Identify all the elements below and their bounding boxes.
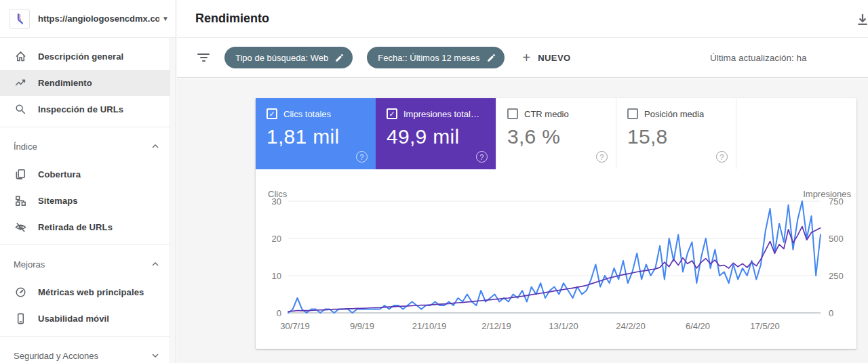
- speedometer-icon: [14, 286, 27, 299]
- right-axis-tick: 750: [829, 196, 844, 207]
- eye-off-icon: [14, 221, 27, 234]
- sidebar-item-label: Métricas web principales: [38, 287, 144, 297]
- checkbox-checked[interactable]: ✓: [387, 108, 397, 119]
- series-line: [288, 201, 821, 313]
- help-icon[interactable]: ?: [596, 151, 608, 163]
- main-area: Rendimiento Tipo de búsqueda: Web Fecha:…: [177, 0, 868, 363]
- sidebar-divider: [0, 336, 176, 337]
- chevron-down-icon: ▼: [162, 15, 169, 22]
- left-axis-tick: 0: [277, 308, 281, 318]
- right-axis-tick: 0: [829, 308, 833, 318]
- mobile-icon: [14, 312, 27, 326]
- metric-value: 3,6 %: [507, 125, 616, 148]
- metric-label: Posición media: [644, 109, 704, 119]
- left-axis-tick: 20: [272, 234, 281, 244]
- chevron-up-icon: [150, 141, 161, 152]
- sidebar-item-usabilidad-movil[interactable]: Usabilidad móvil: [0, 305, 176, 332]
- checkbox-unchecked[interactable]: [627, 108, 638, 119]
- property-selector[interactable]: https://angiologosencdmx.co... ▼: [0, 0, 176, 38]
- coverage-pages-icon: [14, 168, 27, 182]
- metric-tile-empty: [736, 98, 856, 169]
- pencil-icon[interactable]: [334, 53, 344, 63]
- search-icon: [14, 103, 27, 116]
- sidebar-item-inspeccion-urls[interactable]: Inspección de URLs: [0, 96, 176, 123]
- new-filter-button[interactable]: + NUEVO: [523, 51, 571, 64]
- download-icon: [855, 12, 868, 27]
- page-header: Rendimiento: [177, 0, 868, 38]
- performance-chart: ClicsImpresiones0102030025050075030/7/19…: [256, 169, 856, 349]
- sidebar-item-descripcion-general[interactable]: Descripción general: [0, 43, 176, 70]
- export-download-button[interactable]: [849, 8, 868, 31]
- sidebar-item-label: Rendimiento: [38, 78, 92, 88]
- leg-icon: [16, 13, 24, 24]
- metric-label: Clics totales: [283, 109, 331, 119]
- help-icon[interactable]: ?: [476, 151, 488, 163]
- home-icon: [14, 50, 27, 64]
- metric-label: CTR medio: [524, 109, 569, 119]
- x-axis-tick: 13/1/20: [549, 321, 578, 331]
- sidebar-item-label: Retirada de URLs: [38, 222, 113, 232]
- metric-value: 15,8: [627, 125, 736, 148]
- sidebar-item-label: Descripción general: [38, 51, 123, 62]
- sidebar-scrollbar[interactable]: [170, 38, 176, 363]
- chip-label: Tipo de búsqueda: Web: [235, 53, 328, 63]
- sidebar-item-sitemaps[interactable]: Sitemaps: [0, 188, 176, 214]
- x-axis-tick: 30/7/19: [280, 321, 309, 331]
- sidebar-item-label: Inspección de URLs: [38, 104, 123, 114]
- sidebar-item-label: Cobertura: [38, 169, 81, 179]
- property-url: https://angiologosencdmx.co...: [38, 14, 159, 24]
- pencil-icon[interactable]: [486, 53, 496, 63]
- right-axis-tick: 500: [829, 234, 844, 244]
- section-label: Índice: [14, 142, 37, 152]
- filter-chip-date[interactable]: Fecha:: Últimos 12 meses: [367, 47, 504, 68]
- filter-bar: Tipo de búsqueda: Web Fecha:: Últimos 12…: [177, 38, 868, 78]
- metric-tile-position[interactable]: Posición media 15,8 ?: [616, 98, 736, 169]
- sidebar-section-indice[interactable]: Índice: [0, 131, 176, 161]
- trending-up-icon: [14, 77, 27, 90]
- checkbox-checked[interactable]: ✓: [267, 108, 277, 119]
- metric-tile-ctr[interactable]: CTR medio 3,6 % ?: [496, 98, 616, 169]
- x-axis-tick: 17/5/20: [750, 321, 779, 331]
- metric-value: 1,81 mil: [267, 125, 376, 148]
- sidebar-divider: [0, 127, 176, 127]
- page-title: Rendimiento: [195, 12, 269, 26]
- new-filter-label: NUEVO: [538, 53, 570, 63]
- chip-label: Fecha:: Últimos 12 meses: [378, 53, 479, 63]
- x-axis-tick: 2/12/19: [481, 321, 511, 331]
- filter-chip-search-type[interactable]: Tipo de búsqueda: Web: [224, 47, 353, 68]
- metric-tile-clicks[interactable]: ✓ Clics totales 1,81 mil ?: [256, 98, 376, 169]
- x-axis-tick: 21/10/19: [412, 321, 447, 331]
- performance-card: ✓ Clics totales 1,81 mil ? ✓ Impresiones…: [256, 98, 856, 349]
- sitemap-tree-icon: [14, 194, 27, 208]
- right-axis-tick: 250: [829, 271, 844, 281]
- sidebar: https://angiologosencdmx.co... ▼ Descrip…: [0, 0, 176, 363]
- metric-value: 49,9 mil: [387, 125, 496, 148]
- help-icon[interactable]: ?: [716, 151, 728, 163]
- last-update-text: Última actualización: ha: [710, 38, 807, 78]
- site-favicon: [9, 9, 30, 29]
- metric-tiles: ✓ Clics totales 1,81 mil ? ✓ Impresiones…: [256, 98, 856, 169]
- metric-label: Impresiones total…: [403, 109, 479, 119]
- help-icon[interactable]: ?: [356, 151, 368, 163]
- left-axis-tick: 10: [272, 271, 281, 281]
- filter-icon[interactable]: [197, 52, 210, 63]
- sidebar-item-label: Sitemaps: [38, 196, 78, 206]
- metric-tile-impressions[interactable]: ✓ Impresiones total… 49,9 mil ?: [376, 98, 496, 169]
- chevron-up-icon: [150, 259, 161, 270]
- checkbox-unchecked[interactable]: [507, 108, 518, 119]
- sidebar-item-metricas-web[interactable]: Métricas web principales: [0, 279, 176, 305]
- section-label: Mejoras: [14, 259, 45, 270]
- sidebar-divider: [0, 244, 176, 245]
- chevron-down-icon: [150, 350, 161, 361]
- content-area: ✓ Clics totales 1,81 mil ? ✓ Impresiones…: [177, 79, 868, 363]
- plus-icon: +: [523, 51, 531, 64]
- line-chart-svg: ClicsImpresiones0102030025050075030/7/19…: [256, 169, 856, 349]
- x-axis-tick: 24/2/20: [616, 321, 645, 331]
- right-axis-title: Impresiones: [803, 189, 851, 199]
- sidebar-item-retirada-urls[interactable]: Retirada de URLs: [0, 214, 176, 240]
- sidebar-item-rendimiento[interactable]: Rendimiento: [0, 70, 176, 96]
- sidebar-item-cobertura[interactable]: Cobertura: [0, 161, 176, 188]
- sidebar-section-seguridad[interactable]: Seguridad y Acciones: [0, 341, 176, 363]
- left-axis-tick: 30: [272, 196, 281, 207]
- sidebar-section-mejoras[interactable]: Mejoras: [0, 249, 176, 279]
